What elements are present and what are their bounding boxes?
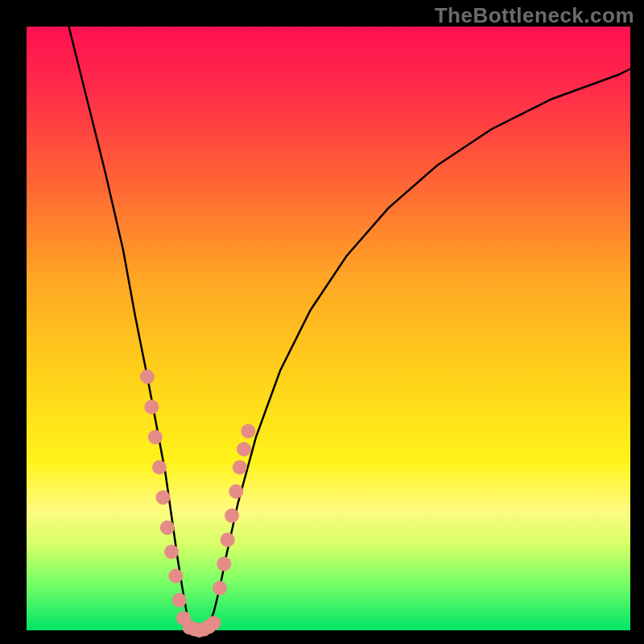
data-point — [225, 509, 239, 523]
data-point — [148, 430, 163, 444]
data-point — [172, 593, 187, 608]
data-point — [168, 569, 183, 584]
watermark-label: TheBottleneck.com — [435, 3, 634, 28]
data-point — [160, 521, 175, 535]
chart-svg — [27, 27, 630, 630]
data-point — [156, 490, 171, 505]
data-point — [241, 424, 255, 439]
data-point — [152, 460, 167, 475]
chart-frame: TheBottleneck.com — [0, 0, 644, 644]
data-point — [217, 557, 231, 572]
data-point — [164, 545, 179, 559]
data-point — [144, 400, 159, 415]
data-point — [229, 485, 243, 499]
data-point — [237, 442, 251, 456]
data-point — [233, 460, 247, 475]
bottleneck-curve — [69, 27, 631, 630]
data-point — [213, 581, 227, 596]
data-point — [207, 616, 221, 630]
data-point — [221, 533, 235, 547]
data-point — [140, 369, 155, 384]
